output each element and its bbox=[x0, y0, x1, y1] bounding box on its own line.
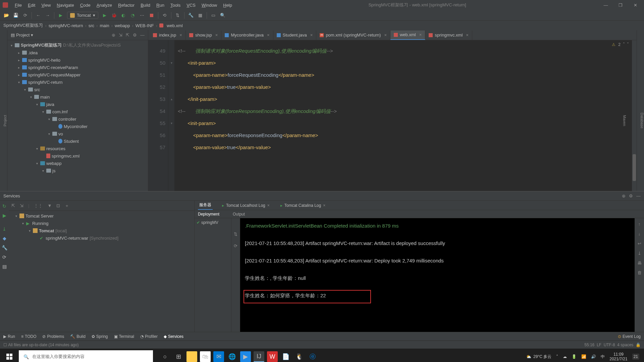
tool-window-terminal[interactable]: ▣Terminal bbox=[114, 334, 134, 339]
close-tab-icon[interactable]: × bbox=[384, 33, 387, 38]
deploy-icon[interactable]: ⤓ bbox=[2, 226, 6, 232]
sub-tab[interactable]: Output bbox=[233, 212, 245, 217]
tool-window-run[interactable]: ▶Run bbox=[3, 334, 15, 339]
add-service-icon[interactable]: ＋ bbox=[65, 203, 69, 209]
chrome-icon[interactable]: 🌐 bbox=[227, 351, 237, 362]
open-icon[interactable]: 📂 bbox=[3, 12, 9, 18]
layout-icon[interactable]: ▤ bbox=[2, 264, 7, 269]
attach-icon[interactable]: ⋯ bbox=[139, 12, 145, 18]
breadcrumb-item[interactable]: WEB-INF bbox=[136, 23, 154, 28]
tree-item[interactable]: Student bbox=[7, 137, 148, 145]
mail-icon[interactable]: ✉ bbox=[213, 351, 224, 362]
menu-file[interactable]: File bbox=[12, 2, 24, 8]
expand-all-icon[interactable]: ⇱ bbox=[11, 203, 15, 208]
menu-refactor[interactable]: Refactor bbox=[115, 2, 137, 8]
update-icon[interactable]: ⟲ bbox=[162, 12, 168, 18]
project-tree[interactable]: ▾ SpringMVC框架练习 D:\私人文件夹\JavaProjects\S … bbox=[7, 40, 148, 191]
clock[interactable]: 11:09 2021/7/21 bbox=[609, 352, 627, 361]
volume-icon[interactable]: 🔊 bbox=[591, 354, 596, 359]
menu-run[interactable]: Run bbox=[154, 2, 167, 8]
wps-icon[interactable]: W bbox=[267, 351, 278, 362]
gear-icon[interactable]: ⚙ bbox=[629, 193, 633, 198]
task-view-icon[interactable]: ⊞ bbox=[173, 351, 184, 362]
breadcrumb-item[interactable]: SpringMVC框架练习 bbox=[3, 22, 43, 28]
tree-item[interactable]: ▸springMVC-hello bbox=[7, 56, 148, 64]
menu-code[interactable]: Code bbox=[77, 2, 93, 8]
group-icon[interactable]: ⋮⋮ bbox=[34, 203, 43, 208]
file-encoding[interactable]: UTF-8 bbox=[604, 343, 615, 347]
close-tab-icon[interactable]: × bbox=[310, 33, 313, 38]
line-separator[interactable]: LF bbox=[597, 343, 601, 347]
menu-edit[interactable]: Edit bbox=[25, 2, 38, 8]
hide-icon[interactable]: — bbox=[636, 193, 641, 198]
back-icon[interactable]: ← bbox=[35, 12, 41, 18]
tree-item[interactable]: Mycontroller bbox=[7, 123, 148, 130]
services-tree[interactable]: ▾Tomcat Server▾▶Running▾Tomcat [local]✔s… bbox=[9, 211, 194, 332]
breadcrumb-item[interactable]: webapp bbox=[115, 23, 130, 28]
save-icon[interactable]: 💾 bbox=[13, 12, 19, 18]
menu-analyze[interactable]: Analyze bbox=[94, 2, 115, 8]
search-icon[interactable]: 🔍 bbox=[220, 12, 226, 18]
tool-window-spring[interactable]: ✿Spring bbox=[92, 334, 108, 339]
rerun-icon[interactable]: ↻ bbox=[2, 203, 6, 209]
service-tree-item[interactable]: ✔springMVC-return:war [Synchronized] bbox=[9, 234, 194, 242]
profile-icon[interactable]: ◔ bbox=[130, 12, 136, 18]
console-output[interactable]: .FrameworkServlet.initServletBean Comple… bbox=[240, 218, 635, 332]
tool-window-todo[interactable]: ≡TODO bbox=[21, 334, 36, 339]
tool-window-build[interactable]: 🔨Build bbox=[70, 334, 86, 339]
store-icon[interactable]: 🛍 bbox=[200, 351, 211, 362]
tree-item[interactable]: ▾src bbox=[7, 86, 148, 93]
print-icon[interactable]: 🖶 bbox=[637, 260, 642, 265]
event-log[interactable]: ⊙Event Log bbox=[618, 334, 641, 339]
editor-tab[interactable]: Mycontroller.java× bbox=[221, 31, 273, 40]
close-tab-icon[interactable]: × bbox=[179, 33, 182, 38]
tree-root[interactable]: ▾ SpringMVC框架练习 D:\私人文件夹\JavaProjects\S bbox=[7, 42, 148, 49]
close-tab-icon[interactable]: × bbox=[267, 33, 270, 38]
wifi-icon[interactable]: 📶 bbox=[581, 354, 586, 359]
presentation-icon[interactable]: ▭ bbox=[210, 12, 216, 18]
code-content[interactable]: <!-- 强制请求对象(forceRequestEncoding),使用enco… bbox=[174, 40, 632, 191]
notepad-icon[interactable]: 📄 bbox=[280, 351, 291, 362]
services-tab[interactable]: 服务器 bbox=[198, 201, 213, 210]
inspection-widget[interactable]: ⚠ 2 ˆ ˇ bbox=[612, 42, 629, 47]
settings-icon[interactable]: 🔧 bbox=[2, 245, 7, 250]
tree-item[interactable]: ▾js bbox=[7, 167, 148, 174]
tree-item[interactable]: ▾vo bbox=[7, 130, 148, 137]
indent-info[interactable]: 4 spaces bbox=[617, 343, 633, 347]
close-tab-icon[interactable]: × bbox=[419, 32, 422, 37]
coverage-icon[interactable]: ◐ bbox=[120, 12, 126, 18]
menu-tools[interactable]: Tools bbox=[168, 2, 183, 8]
run-icon[interactable]: ▶ bbox=[3, 213, 6, 218]
view-icon[interactable]: ⊡ bbox=[56, 203, 60, 208]
menu-navigate[interactable]: Navigate bbox=[54, 2, 76, 8]
run-icon[interactable]: ▶ bbox=[102, 12, 108, 18]
explorer-icon[interactable] bbox=[186, 351, 197, 362]
tree-item[interactable]: ▾webapp bbox=[7, 160, 148, 167]
deployment-list[interactable]: ✔ springMV bbox=[195, 218, 231, 332]
tree-item[interactable]: ▾com.lmf bbox=[7, 108, 148, 115]
tree-item[interactable]: ▸.idea bbox=[7, 49, 148, 56]
filter-icon[interactable]: ▼ bbox=[47, 203, 52, 208]
settings-icon[interactable]: 🔧 bbox=[188, 12, 194, 18]
structure-icon[interactable]: ▦ bbox=[197, 12, 203, 18]
cortana-icon[interactable]: ○ bbox=[160, 351, 170, 362]
tool-window-problems[interactable]: ⊘Problems bbox=[42, 334, 64, 339]
intellij-icon[interactable]: IJ bbox=[254, 351, 264, 362]
breadcrumb-item[interactable]: web.xml bbox=[167, 23, 183, 28]
menu-help[interactable]: Help bbox=[220, 2, 235, 8]
menu-vcs[interactable]: VCS bbox=[184, 2, 198, 8]
menu-window[interactable]: Window bbox=[199, 2, 220, 8]
breadcrumb-item[interactable]: springMVC-return bbox=[49, 23, 83, 28]
ime-icon[interactable]: 中 bbox=[601, 354, 605, 360]
chevron-down-icon[interactable]: ˇ bbox=[627, 42, 629, 47]
refresh-icon[interactable]: ⟳ bbox=[2, 254, 6, 260]
edge-icon[interactable]: ⓔ bbox=[307, 351, 318, 362]
down-icon[interactable]: ↓ bbox=[638, 231, 641, 236]
editor-scrollbar[interactable] bbox=[632, 40, 637, 191]
refresh-icon[interactable]: ⟳ bbox=[234, 243, 237, 248]
forward-icon[interactable]: → bbox=[45, 12, 51, 18]
editor-tab[interactable]: show.jsp× bbox=[186, 31, 221, 40]
tool-tab-project[interactable]: Project bbox=[3, 115, 7, 126]
debug-icon[interactable]: ◆ bbox=[3, 236, 6, 241]
notification-icon[interactable]: 21 bbox=[632, 354, 639, 360]
